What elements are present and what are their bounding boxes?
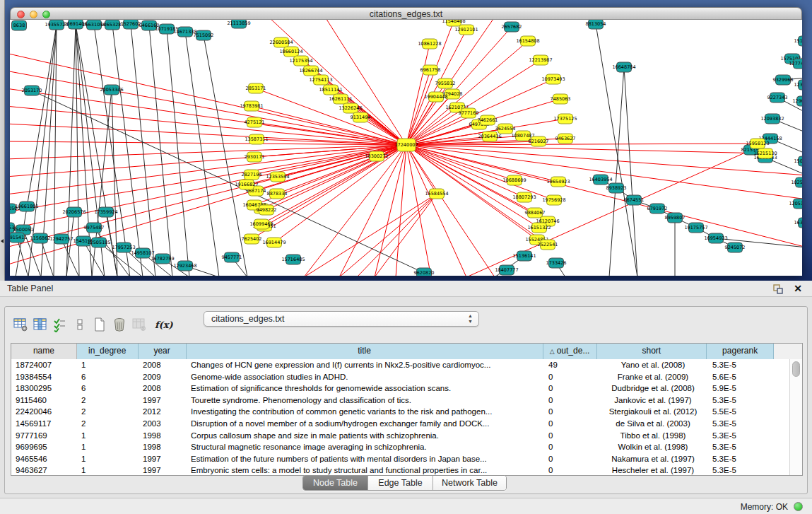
table-row[interactable]: 1872400712008Changes of HCN gene express… [11, 359, 789, 371]
show-column-button[interactable] [30, 315, 50, 334]
graph-node[interactable]: 16154808 [516, 36, 539, 46]
table-vertical-scrollbar[interactable] [789, 359, 802, 475]
graph-node[interactable]: 16261111 [329, 94, 352, 104]
graph-node[interactable]: 7955812 [435, 78, 456, 88]
graph-node[interactable]: 15059035 [794, 156, 802, 166]
graph-node[interactable]: 9245072 [725, 243, 746, 252]
graph-node[interactable]: 6791972 [647, 204, 668, 214]
graph-node[interactable]: 12960745 [792, 96, 802, 106]
graph-node[interactable]: 16403954 [589, 175, 612, 185]
close-panel-icon[interactable]: ✕ [794, 283, 802, 294]
graph-node[interactable]: 12213987 [529, 55, 552, 65]
graph-node[interactable]: 13587311 [245, 134, 268, 144]
graph-node[interactable]: 16954923 [704, 233, 727, 243]
graph-node[interactable]: 2522541 [538, 240, 558, 250]
graph-node[interactable]: 8959807 [665, 213, 686, 223]
table-row[interactable]: 2242004622012Investigating the contribut… [11, 406, 789, 418]
graph-node[interactable]: 15716485 [281, 255, 305, 264]
graph-node[interactable]: 2657682 [502, 22, 522, 32]
graph-node[interactable]: 10251515 [791, 177, 802, 187]
graph-node[interactable]: 2053170 [22, 86, 42, 95]
select-all-columns-button[interactable] [50, 315, 70, 334]
new-table-button[interactable] [90, 315, 110, 334]
network-table-select[interactable]: citations_edges.txt ▲▼ [204, 311, 479, 327]
float-panel-icon[interactable] [772, 284, 784, 295]
table-row[interactable]: 911546021997Tourette syndrome. Phenomeno… [11, 395, 789, 407]
graph-node[interactable]: 9457771 [222, 252, 242, 262]
table-row[interactable]: 946362711997Embryonic stem cells: a mode… [11, 465, 789, 475]
delete-table-button[interactable] [110, 315, 129, 334]
function-builder-button[interactable]: f(x) [155, 320, 173, 330]
column-header-out_de[interactable]: △out_de... [543, 344, 597, 359]
graph-node[interactable]: 17375125 [553, 114, 577, 124]
graph-node[interactable]: 8813054 [586, 20, 606, 29]
column-header-title[interactable]: title [187, 344, 543, 359]
expand-panel-arrow-icon[interactable] [1, 239, 4, 243]
graph-node[interactable]: 12923468 [173, 261, 196, 271]
graph-node[interactable]: 17240007 [394, 139, 418, 151]
table-row[interactable]: 946554611997Estimation of the future num… [11, 453, 789, 465]
graph-node[interactable]: 9498222 [257, 205, 277, 215]
graph-node[interactable]: 8938923 [606, 183, 627, 193]
graph-node[interactable]: 6961758 [420, 65, 441, 75]
graph-node[interactable]: 1733426 [546, 258, 567, 268]
tab-edge-table[interactable]: Edge Table [368, 476, 433, 490]
collapsed-control-panel[interactable] [0, 0, 5, 281]
graph-node[interactable]: 15136141 [512, 251, 536, 261]
graph-node[interactable]: 1527602 [121, 20, 141, 29]
column-header-short[interactable]: short [597, 344, 707, 359]
table-row[interactable]: 1938455462009Genome-wide association stu… [11, 371, 789, 383]
graph-node[interactable]: 12175354 [289, 56, 312, 66]
graph-node[interactable]: 2930171 [245, 152, 265, 162]
column-header-year[interactable]: year [139, 344, 187, 359]
graph-node[interactable]: 2853171 [246, 83, 266, 93]
graph-node[interactable]: 9329966 [773, 75, 794, 85]
graph-node[interactable]: 10861228 [418, 39, 441, 49]
graph-node[interactable]: 9131494 [351, 112, 371, 122]
graph-node[interactable]: 20364436 [478, 132, 501, 141]
graph-node[interactable]: 9975487 [84, 223, 105, 233]
unselect-columns-button[interactable] [70, 315, 90, 334]
graph-node[interactable]: 9620820 [414, 268, 435, 276]
graph-node[interactable]: 10688609 [502, 175, 526, 185]
graph-node[interactable]: 18660124 [279, 47, 302, 57]
graph-node[interactable]: 4275121 [245, 117, 265, 127]
graph-node[interactable]: 8878334 [267, 189, 288, 199]
graph-node[interactable]: 16648784 [612, 62, 635, 72]
table-row[interactable]: 1830029562008Estimation of significance … [11, 382, 789, 395]
table-row[interactable]: 977716911998Corpus callosum shape and si… [11, 430, 789, 442]
graph-node[interactable]: 9777169 [459, 108, 479, 118]
graph-node[interactable]: 8638 [12, 21, 27, 30]
network-window-titlebar[interactable]: citations_edges.txt [10, 7, 802, 20]
graph-node[interactable]: 12339871 [794, 80, 802, 90]
table-row[interactable]: 969969511998Structural magnetic resonanc… [11, 441, 789, 453]
memory-status-icon[interactable] [794, 502, 803, 511]
graph-node[interactable]: 21113859 [227, 20, 250, 28]
network-canvas[interactable]: 8638193557242069140616631056106532871527… [10, 20, 802, 276]
citation-graph[interactable]: 8638193557242069140616631056106532871527… [10, 20, 802, 276]
graph-node[interactable]: 19654923 [546, 177, 570, 187]
graph-node[interactable]: 6216027 [529, 136, 549, 146]
graph-node[interactable]: 1156862 [30, 233, 51, 243]
graph-node[interactable]: 3624554 [495, 124, 516, 134]
column-header-pagerank[interactable]: pagerank [707, 344, 774, 359]
graph-node[interactable]: 6674551 [624, 195, 645, 205]
tab-network-table[interactable]: Network Table [433, 476, 506, 490]
graph-node[interactable]: 16392812 [794, 218, 802, 228]
graph-node[interactable]: 7462661 [478, 115, 498, 125]
graph-node[interactable]: 7485063 [551, 94, 571, 104]
table-settings-button[interactable] [11, 315, 30, 334]
graph-node[interactable]: 15141622 [794, 36, 802, 46]
column-header-name[interactable]: name [11, 344, 77, 359]
graph-node[interactable]: 20206576 [62, 207, 86, 217]
graph-node[interactable]: 7625402 [242, 234, 262, 244]
graph-node[interactable]: 19783981 [240, 101, 263, 111]
graph-node[interactable]: 2827194 [242, 170, 262, 180]
scrollbar-thumb[interactable] [792, 361, 800, 377]
graph-node[interactable]: 9227343 [767, 93, 788, 103]
graph-node[interactable]: 7515092 [194, 30, 214, 40]
column-header-in_degree[interactable]: in_degree [77, 344, 139, 359]
table-row[interactable]: 1456911722003Disruption of a novel membe… [11, 418, 789, 430]
graph-node[interactable]: 19756928 [542, 195, 565, 205]
graph-node[interactable]: 22600584 [269, 37, 293, 47]
